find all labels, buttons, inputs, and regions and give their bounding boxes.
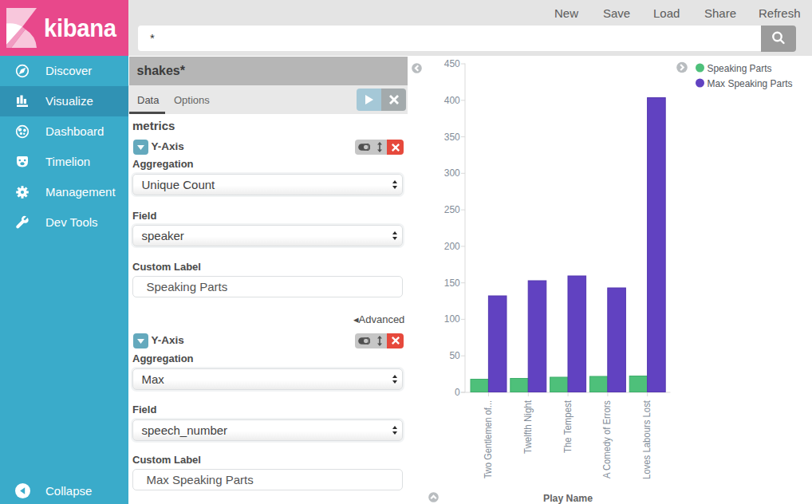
svg-text:0: 0 [455,387,460,398]
svg-text:50: 50 [449,350,460,361]
svg-text:400: 400 [444,95,460,106]
svg-text:Twelfth Night: Twelfth Night [522,400,534,454]
svg-text:Play Name: Play Name [543,493,593,504]
svg-text:Speaking Parts: Speaking Parts [708,62,772,74]
svg-text:150: 150 [444,278,460,289]
svg-text:200: 200 [444,241,460,252]
svg-text:The Tempest: The Tempest [562,400,574,453]
svg-text:100: 100 [444,313,460,325]
svg-text:300: 300 [444,167,460,179]
svg-text:Max Speaking Parts: Max Speaking Parts [708,77,793,89]
svg-text:Two Gentlemen of...: Two Gentlemen of... [483,400,494,478]
svg-text:250: 250 [444,204,460,215]
svg-text:350: 350 [444,132,460,143]
svg-text:450: 450 [444,58,460,69]
svg-text:A Comedy of Errors: A Comedy of Errors [601,400,613,478]
svg-text:Loves Labours Lost: Loves Labours Lost [641,400,652,479]
